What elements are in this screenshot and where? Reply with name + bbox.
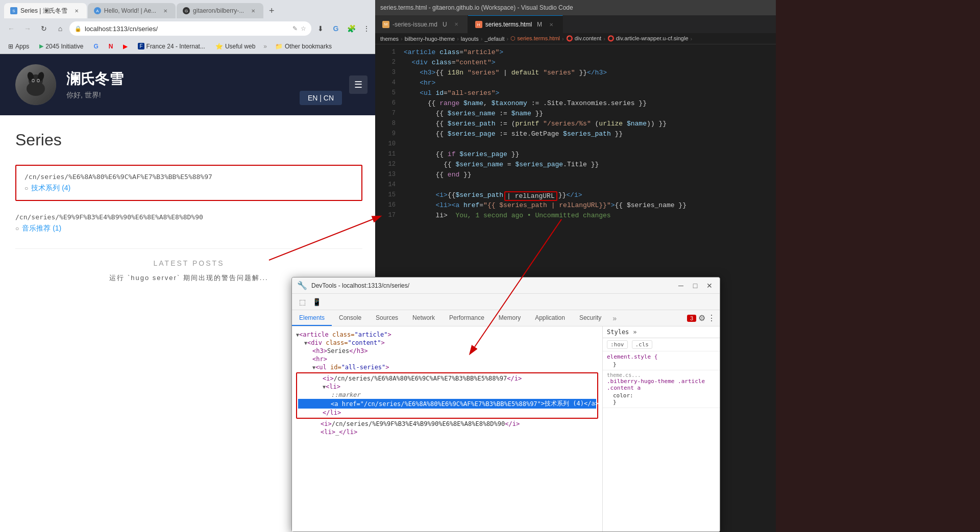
vscode-tab-series-terms[interactable]: H series.terms.html M ✕	[468, 15, 563, 33]
bookmark-youtube[interactable]: ▶	[119, 42, 132, 51]
series-link-tech[interactable]: 技术系列 (4)	[31, 184, 70, 193]
devtools-tab-application[interactable]: Application	[528, 310, 572, 326]
devtools-minimize-btn[interactable]: ─	[676, 281, 686, 291]
dom-line-a-selected[interactable]: <a href= "/cn/series/%E6%8A%80%E6%9C%AF%…	[298, 399, 596, 409]
devtools-tab-network[interactable]: Network	[405, 310, 442, 326]
code-line-13: 13 {{ end }}	[375, 171, 776, 181]
breadcrumb-themes: themes	[380, 36, 399, 42]
bookmark-apps[interactable]: ⊞ Apps	[4, 42, 33, 51]
forward-button[interactable]: →	[20, 21, 35, 36]
vscode-tabs: M -series-issue.md U ✕ H series.terms.ht…	[375, 15, 776, 33]
address-bar[interactable]: 🔒 localhost:1313/cn/series/ ✎ ☆	[69, 21, 311, 36]
dom-line-hr: <hr>	[296, 355, 598, 363]
styles-hov-btn[interactable]: :hov	[607, 340, 628, 349]
vscode-title: series.terms.html - gitaeron.github.io (…	[380, 4, 573, 11]
lang-cn[interactable]: CN	[324, 94, 334, 102]
more-icon[interactable]: ⋮	[359, 21, 374, 36]
code-line-2: 2 <div class="content">	[375, 59, 776, 69]
tab-close-hello[interactable]: ✕	[161, 7, 169, 15]
devtools-tabs: Elements Console Sources Network Perform…	[292, 310, 720, 326]
code-line-14: 14	[375, 181, 776, 191]
breadcrumb-file: ⬡ series.terms.html	[510, 35, 560, 42]
styles-section-theme: theme.cs... .bilberry-hugo-theme .articl…	[603, 370, 720, 408]
bookmark-google[interactable]: G	[89, 42, 102, 51]
devtools-close-btn[interactable]: ✕	[704, 281, 715, 291]
code-line-7: 7 {{ $series_name := $name }}	[375, 110, 776, 120]
devtools-tab-performance[interactable]: Performance	[442, 310, 492, 326]
styles-more-icon[interactable]: »	[633, 328, 636, 336]
code-line-15-highlighted: 15 <i>{{$series_path | relLangURL }}</i>	[375, 191, 776, 201]
tab-series[interactable]: S Series | 澜氏冬雪 ✕	[4, 3, 87, 18]
dom-highlight-box: <i> /cn/series/%E6%8A%80%E6%9C%AF%E7%B3%…	[296, 372, 598, 419]
site-title: 澜氏冬雪	[66, 69, 362, 89]
back-button[interactable]: ←	[4, 21, 18, 36]
download-icon[interactable]: ⬇	[313, 21, 328, 36]
devtools-tab-console[interactable]: Console	[332, 310, 369, 326]
vscode-titlebar: series.terms.html - gitaeron.github.io (…	[375, 0, 776, 15]
devtools-title: DevTools - localhost:1313/cn/series/	[311, 282, 672, 289]
extension-icon[interactable]: G	[329, 21, 343, 36]
hamburger-menu[interactable]: ☰	[349, 75, 368, 94]
lang-switcher[interactable]: EN | CN	[300, 91, 342, 105]
tab-hello[interactable]: A Hello, World! | Ae... ✕	[88, 3, 176, 18]
puzzle-icon[interactable]: 🧩	[344, 21, 358, 36]
styles-rule-closing-element: }	[607, 361, 716, 368]
vscode-tab-close-terms[interactable]: ✕	[547, 20, 555, 29]
toolbar-icons: ⬇ G 🧩 ⋮	[313, 21, 374, 36]
dom-line-li-close: </li>	[298, 409, 596, 417]
bookmark-france24[interactable]: F France 24 - Internat...	[134, 42, 209, 51]
google-icon: G	[93, 43, 98, 50]
tab-close-series[interactable]: ✕	[72, 7, 81, 15]
devtools-more-icon[interactable]: ⋮	[707, 313, 716, 323]
devtools-tabs-more[interactable]: »	[608, 310, 621, 326]
breadcrumb-sep1: ›	[401, 36, 403, 42]
vscode-tab-series-issue[interactable]: M -series-issue.md U ✕	[375, 15, 468, 33]
devtools-dom[interactable]: ▼ <article class= "article" > ▼ <div cla…	[292, 326, 602, 531]
bookmark-star-icon[interactable]: ☆	[301, 25, 306, 32]
dom-line-i-1: <i> /cn/series/%E6%8A%80%E6%9C%AF%E7%B3%…	[298, 374, 596, 383]
reload-button[interactable]: ↻	[37, 21, 51, 36]
devtools-browser-icon: 🔧	[297, 281, 307, 290]
code-line-8: 8 {{ $series_path := (printf "/series/%s…	[375, 120, 776, 130]
bookmark-2045-label: 2045 Initiative	[45, 43, 83, 50]
bookmark-2045[interactable]: ▶ 2045 Initiative	[35, 42, 87, 51]
inspect-element-btn[interactable]: ⬚	[296, 296, 308, 308]
new-tab-button[interactable]: +	[264, 4, 279, 18]
breadcrumb-div-article: ⭕ div.article-wrapper.u-cf.single	[607, 35, 689, 42]
lang-en[interactable]: EN	[308, 94, 317, 102]
vscode-editor[interactable]: 1 <article class="article"> 2 <div class…	[375, 44, 776, 286]
right-background	[776, 0, 980, 532]
tab-gitaeron[interactable]: G gitaeron/bilberry-... ✕	[177, 3, 263, 18]
devtools-tab-sources[interactable]: Sources	[369, 310, 405, 326]
series-link-music[interactable]: 音乐推荐 (1)	[22, 224, 61, 233]
vscode-tab-label-issue: -series-issue.md	[393, 21, 437, 28]
dom-line-div-content: ▼ <div class= "content" >	[296, 339, 598, 347]
devtools-tab-sources-label: Sources	[376, 314, 398, 321]
styles-cls-btn[interactable]: .cls	[632, 340, 653, 349]
devtools-tab-network-label: Network	[412, 314, 435, 321]
devtools-body: ▼ <article class= "article" > ▼ <div cla…	[292, 326, 720, 531]
vscode-tab-modified-terms: M	[537, 21, 542, 28]
devtools-restore-btn[interactable]: □	[690, 281, 700, 291]
bookmark-useful[interactable]: ⭐ Useful web	[211, 42, 259, 51]
devtools-tab-memory-label: Memory	[499, 314, 521, 321]
tab-label-series: Series | 澜氏冬雪	[20, 7, 67, 15]
dom-line-li: ▼ <li>	[298, 383, 596, 391]
bookmark-netflix[interactable]: N	[105, 42, 117, 51]
breadcrumb-div-content: ⭕ div.content	[566, 35, 601, 42]
home-button[interactable]: ⌂	[53, 21, 67, 36]
address-edit-icon: ✎	[292, 25, 298, 32]
code-line-4: 4 <hr>	[375, 79, 776, 89]
devtools-tab-security-label: Security	[579, 314, 601, 321]
devtools-tab-security[interactable]: Security	[572, 310, 608, 326]
tab-close-gitaeron[interactable]: ✕	[249, 7, 257, 15]
breadcrumb-sep5: ›	[562, 36, 564, 42]
svg-point-7	[38, 80, 39, 82]
vscode-tab-close-issue[interactable]: ✕	[452, 20, 460, 29]
bookmark-other[interactable]: 📁 Other bookmarks	[271, 42, 336, 51]
device-toolbar-btn[interactable]: 📱	[310, 296, 323, 308]
breadcrumb-layouts: layouts	[461, 36, 479, 42]
devtools-settings-icon[interactable]: ⚙	[698, 313, 705, 323]
devtools-tab-memory[interactable]: Memory	[492, 310, 528, 326]
devtools-tab-elements[interactable]: Elements	[292, 310, 332, 326]
